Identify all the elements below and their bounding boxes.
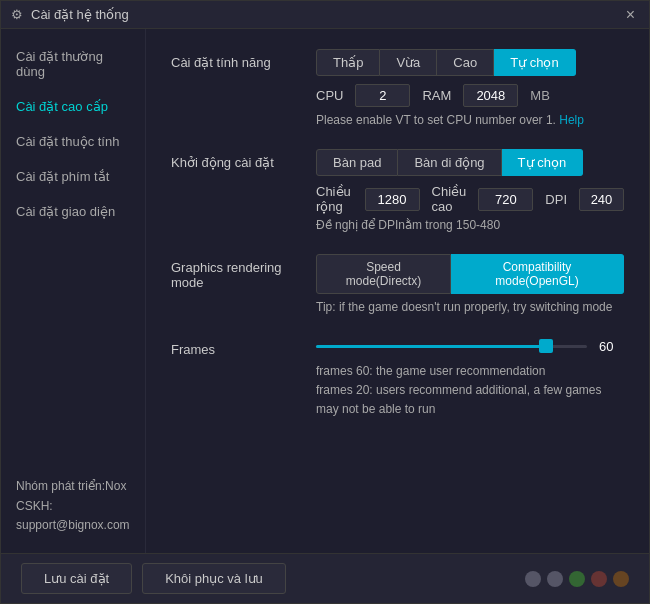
graphics-row: Graphics rendering mode Speed mode(Direc…: [171, 254, 624, 314]
sidebar-item-thuoc-tinh[interactable]: Cài đặt thuộc tính: [1, 124, 145, 159]
graphics-controls: Speed mode(Directx) Compatibility mode(O…: [316, 254, 624, 314]
dpi-label: DPI: [545, 192, 567, 207]
performance-btn-group: Thấp Vừa Cao Tự chọn: [316, 49, 624, 76]
ram-label: RAM: [422, 88, 451, 103]
sidebar-nav: Cài đặt thường dùng Cài đặt cao cấp Cài …: [1, 39, 145, 229]
frames-note-2: frames 20: users recommend additional, a…: [316, 381, 624, 419]
dev-label: Nhóm phát triển:Nox: [16, 477, 130, 496]
frames-value: 60: [599, 339, 624, 354]
frames-slider-row: 60: [316, 336, 624, 356]
frames-controls: 60 frames 60: the game user recommendati…: [316, 336, 624, 420]
vt-help-text: Please enable VT to set CPU number over …: [316, 113, 624, 127]
performance-label: Cài đặt tính năng: [171, 49, 316, 70]
dot-5: [613, 571, 629, 587]
dpi-recommend: Đề nghị để DPInằm trong 150-480: [316, 218, 624, 232]
footer-dots: [525, 571, 629, 587]
ram-unit: MB: [530, 88, 550, 103]
width-input[interactable]: [365, 188, 420, 211]
save-button[interactable]: Lưu cài đặt: [21, 563, 132, 594]
graphics-btn-group: Speed mode(Directx) Compatibility mode(O…: [316, 254, 624, 294]
frames-row: Frames 60 frames 60:: [171, 336, 624, 420]
graphics-section: Graphics rendering mode Speed mode(Direc…: [171, 254, 624, 314]
btn-cao[interactable]: Cao: [437, 49, 494, 76]
sidebar: Cài đặt thường dùng Cài đặt cao cấp Cài …: [1, 29, 146, 553]
btn-tu-chon-startup[interactable]: Tự chọn: [502, 149, 584, 176]
frames-section: Frames 60 frames 60:: [171, 336, 624, 420]
dpi-input[interactable]: [579, 188, 624, 211]
close-button[interactable]: ×: [622, 6, 639, 24]
performance-row: Cài đặt tính năng Thấp Vừa Cao Tự chọn C…: [171, 49, 624, 127]
startup-btn-group: Bàn pad Bàn di động Tự chọn: [316, 149, 624, 176]
dimension-row: Chiều rộng Chiều cao DPI: [316, 184, 624, 214]
ram-input[interactable]: [463, 84, 518, 107]
cpu-input[interactable]: [355, 84, 410, 107]
frames-label: Frames: [171, 336, 316, 357]
main-content: Cài đặt thường dùng Cài đặt cao cấp Cài …: [1, 29, 649, 553]
dot-2: [547, 571, 563, 587]
btn-ban-pad[interactable]: Bàn pad: [316, 149, 398, 176]
height-input[interactable]: [478, 188, 533, 211]
dot-3: [569, 571, 585, 587]
btn-ban-di-dong[interactable]: Bàn di động: [398, 149, 501, 176]
restore-button[interactable]: Khôi phục và lưu: [142, 563, 286, 594]
cpu-ram-row: CPU RAM MB: [316, 84, 624, 107]
slider-thumb[interactable]: [539, 339, 553, 353]
graphics-tip: Tip: if the game doesn't run properly, t…: [316, 300, 624, 314]
settings-icon: ⚙: [11, 7, 23, 22]
startup-controls: Bàn pad Bàn di động Tự chọn Chiều rộng C…: [316, 149, 624, 232]
sidebar-item-thuong-dung[interactable]: Cài đặt thường dùng: [1, 39, 145, 89]
footer-buttons: Lưu cài đặt Khôi phục và lưu: [21, 563, 286, 594]
btn-vua[interactable]: Vừa: [380, 49, 437, 76]
startup-section: Khởi động cài đặt Bàn pad Bàn di động Tự…: [171, 149, 624, 232]
height-label: Chiều cao: [432, 184, 467, 214]
help-link[interactable]: Help: [559, 113, 584, 127]
window-title: Cài đặt hệ thống: [31, 7, 622, 22]
content-area: Cài đặt tính năng Thấp Vừa Cao Tự chọn C…: [146, 29, 649, 553]
cskh-label: CSKH:: [16, 497, 130, 516]
dot-4: [591, 571, 607, 587]
dev-email: support@bignox.com: [16, 516, 130, 535]
system-settings-window: ⚙ Cài đặt hệ thống × Cài đặt thường dùng…: [0, 0, 650, 604]
width-label: Chiều rộng: [316, 184, 353, 214]
btn-speed-mode[interactable]: Speed mode(Directx): [316, 254, 451, 294]
frames-note-1: frames 60: the game user recommendation: [316, 362, 624, 381]
btn-thap[interactable]: Thấp: [316, 49, 380, 76]
sidebar-item-phim-tat[interactable]: Cài đặt phím tắt: [1, 159, 145, 194]
slider-track: [316, 345, 587, 348]
title-bar: ⚙ Cài đặt hệ thống ×: [1, 1, 649, 29]
sidebar-item-giao-dien[interactable]: Cài đặt giao diện: [1, 194, 145, 229]
sidebar-item-cao-cap[interactable]: Cài đặt cao cấp: [1, 89, 145, 124]
developer-info: Nhóm phát triển:Nox CSKH: support@bignox…: [1, 467, 145, 543]
btn-compat-mode[interactable]: Compatibility mode(OpenGL): [451, 254, 624, 294]
cpu-label: CPU: [316, 88, 343, 103]
graphics-label: Graphics rendering mode: [171, 254, 316, 290]
dot-1: [525, 571, 541, 587]
startup-row: Khởi động cài đặt Bàn pad Bàn di động Tự…: [171, 149, 624, 232]
performance-controls: Thấp Vừa Cao Tự chọn CPU RAM MB: [316, 49, 624, 127]
performance-section: Cài đặt tính năng Thấp Vừa Cao Tự chọn C…: [171, 49, 624, 127]
footer: Lưu cài đặt Khôi phục và lưu: [1, 553, 649, 603]
slider-fill: [316, 345, 546, 348]
frames-slider-container[interactable]: [316, 336, 587, 356]
frames-notes: frames 60: the game user recommendation …: [316, 362, 624, 420]
startup-label: Khởi động cài đặt: [171, 149, 316, 170]
btn-tu-chon-perf[interactable]: Tự chọn: [494, 49, 576, 76]
